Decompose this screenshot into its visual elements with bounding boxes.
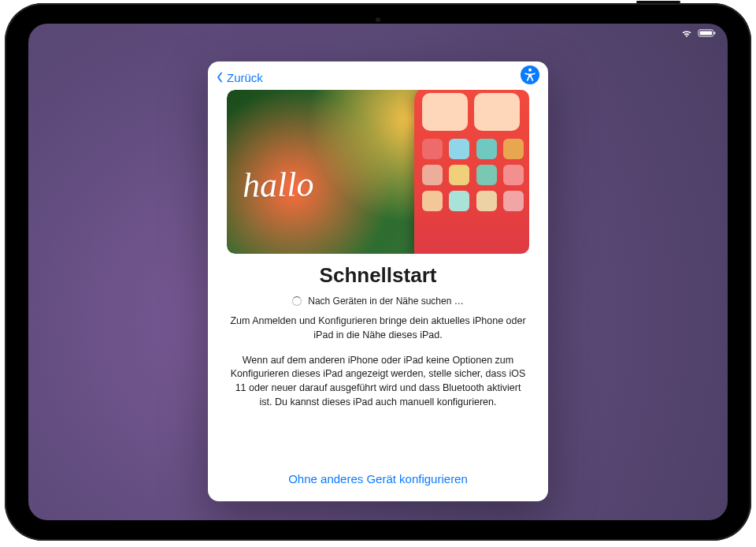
accessibility-button[interactable] <box>520 66 540 87</box>
instruction-paragraph-2: Wenn auf dem anderen iPhone oder iPad ke… <box>230 354 526 410</box>
power-button <box>636 1 680 3</box>
card-bottom: Ohne anderes Gerät konfigurieren <box>208 463 548 501</box>
searching-row: Nach Geräten in der Nähe suchen … <box>230 296 526 307</box>
wifi-icon <box>680 28 693 38</box>
hero-app-icon <box>476 165 497 185</box>
hero-illustration: hallo <box>227 90 529 254</box>
card-body: Schnellstart Nach Geräten in der Nähe su… <box>208 263 548 463</box>
hero-app-icon <box>503 139 524 159</box>
hero-app-icon <box>449 165 469 185</box>
hero-app-icon <box>449 191 469 211</box>
hero-app-icon <box>422 165 443 185</box>
accessibility-icon <box>520 65 540 88</box>
card-topbar: Zurück <box>208 61 548 90</box>
hero-app-icon <box>476 191 497 211</box>
hero-app-icon <box>449 139 469 159</box>
status-bar <box>28 24 728 38</box>
instruction-paragraph-1: Zum Anmelden und Konfigurieren bringe de… <box>230 314 526 343</box>
hero-widget <box>422 93 468 131</box>
hero-widget <box>474 93 520 131</box>
battery-icon <box>698 28 717 38</box>
chevron-left-icon <box>214 72 225 83</box>
hero-app-grid <box>422 139 524 211</box>
hero-app-icon <box>503 165 524 185</box>
svg-point-4 <box>528 69 532 72</box>
page-title: Schnellstart <box>230 263 526 288</box>
screen: Zurück hallo <box>28 24 728 520</box>
spinner-icon <box>292 296 302 306</box>
back-label: Zurück <box>227 71 263 84</box>
front-camera <box>376 17 380 22</box>
ipad-device-frame: Zurück hallo <box>5 3 751 541</box>
svg-rect-2 <box>714 32 716 34</box>
back-button[interactable]: Zurück <box>214 71 263 84</box>
svg-rect-1 <box>700 31 712 35</box>
hero-app-icon <box>503 191 524 211</box>
hero-hallo-text: hallo <box>243 164 314 206</box>
hero-app-icon <box>476 139 497 159</box>
quickstart-card: Zurück hallo <box>208 61 548 501</box>
hero-app-icon <box>422 139 443 159</box>
setup-without-device-button[interactable]: Ohne anderes Gerät konfigurieren <box>216 472 540 486</box>
hero-app-icon <box>422 191 443 211</box>
searching-label: Nach Geräten in der Nähe suchen … <box>308 296 463 307</box>
hero-iphone <box>414 90 529 254</box>
